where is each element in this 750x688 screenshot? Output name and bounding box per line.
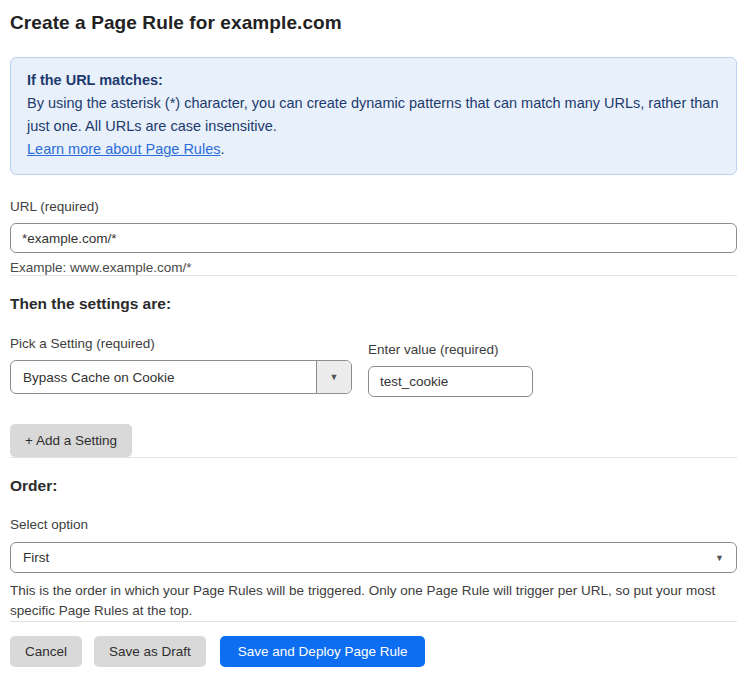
settings-row: Pick a Setting (required) Bypass Cache o… [10, 336, 737, 397]
order-select-value: First [23, 550, 49, 565]
divider [10, 275, 737, 276]
save-as-draft-button[interactable]: Save as Draft [94, 636, 206, 667]
settings-section-heading: Then the settings are: [10, 295, 737, 313]
learn-more-link[interactable]: Learn more about Page Rules [27, 141, 220, 157]
info-link-line: Learn more about Page Rules. [27, 138, 720, 161]
url-field-label: URL (required) [10, 199, 737, 214]
footer-button-row: Cancel Save as Draft Save and Deploy Pag… [10, 636, 737, 667]
url-helper-text: Example: www.example.com/* [10, 260, 737, 275]
url-match-info-box: If the URL matches: By using the asteris… [10, 57, 737, 175]
info-box-heading: If the URL matches: [27, 69, 720, 92]
divider [10, 457, 737, 458]
enter-value-label: Enter value (required) [368, 342, 533, 357]
order-select-label: Select option [10, 517, 737, 532]
chevron-down-icon: ▼ [715, 553, 724, 563]
order-helper-text: This is the order in which your Page Rul… [10, 581, 734, 621]
pick-setting-label: Pick a Setting (required) [10, 336, 352, 351]
link-suffix: . [220, 141, 224, 157]
setting-select-value: Bypass Cache on Cookie [11, 361, 316, 393]
page-title: Create a Page Rule for example.com [10, 12, 737, 34]
setting-value-input[interactable] [368, 366, 533, 397]
save-and-deploy-button[interactable]: Save and Deploy Page Rule [220, 636, 426, 667]
url-input[interactable] [10, 223, 737, 253]
cancel-button[interactable]: Cancel [10, 636, 82, 667]
create-page-rule-form: Create a Page Rule for example.com If th… [0, 0, 750, 667]
info-box-body: By using the asterisk (*) character, you… [27, 92, 720, 138]
order-select[interactable]: First ▼ [10, 542, 737, 573]
setting-select[interactable]: Bypass Cache on Cookie ▼ [10, 360, 352, 394]
pick-setting-column: Pick a Setting (required) Bypass Cache o… [10, 336, 352, 394]
order-section-heading: Order: [10, 477, 737, 495]
divider [10, 621, 737, 622]
enter-value-column: Enter value (required) [368, 342, 533, 397]
add-setting-button[interactable]: + Add a Setting [10, 424, 132, 457]
chevron-down-icon[interactable]: ▼ [316, 361, 351, 393]
